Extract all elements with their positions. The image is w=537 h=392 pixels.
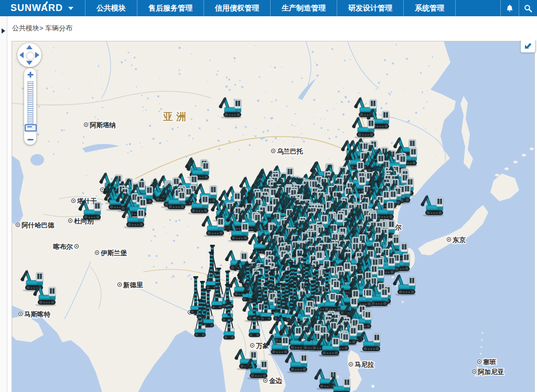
svg-text:东京: 东京 [452, 236, 466, 244]
svg-text:新德里: 新德里 [123, 281, 143, 289]
nav-item[interactable]: 系统管理 [404, 0, 456, 16]
svg-text:马尼拉: 马尼拉 [355, 361, 374, 368]
zoom-out-button[interactable] [27, 139, 33, 140]
nav-item[interactable]: 研发设计管理 [337, 0, 404, 16]
nav-menu: 公共模块售后服务管理信用债权管理生产制造管理研发设计管理系统管理 [85, 0, 456, 16]
nav-item[interactable]: 信用债权管理 [204, 0, 271, 16]
logo-text: SUNWARD [10, 3, 63, 14]
pan-center-hub[interactable] [26, 51, 35, 61]
app-logo[interactable]: SUNWARD [0, 0, 82, 16]
sidebar-expand-arrow-icon[interactable] [2, 28, 5, 34]
breadcrumb-bar: 公共模块> 车辆分布 [7, 16, 537, 40]
map-canvas[interactable]: 阿斯塔纳乌兰巴托比什凯克塔什干杜尚别阿什哈巴德喀布尔伊斯兰堡新德里马斯喀特达卡平… [12, 41, 534, 392]
zoom-handle[interactable] [25, 124, 37, 132]
svg-text:阿斯塔纳: 阿斯塔纳 [90, 122, 116, 129]
breadcrumb: 公共模块> 车辆分布 [12, 24, 72, 33]
svg-text:阿加尼亚: 阿加尼亚 [478, 368, 504, 376]
nav-item[interactable]: 售后服务管理 [137, 0, 204, 16]
pan-up-arrow-icon[interactable] [26, 45, 33, 49]
nav-item[interactable]: 公共模块 [85, 0, 137, 16]
svg-text:喀布尔: 喀布尔 [53, 243, 73, 251]
svg-text:阿什哈巴德: 阿什哈巴德 [22, 222, 55, 229]
map-zoom-slider [24, 68, 36, 145]
vehicle-distribution-map-panel: 阿斯塔纳乌兰巴托比什凯克塔什干杜尚别阿什哈巴德喀布尔伊斯兰堡新德里马斯喀特达卡平… [12, 41, 535, 392]
search-button[interactable] [519, 0, 537, 16]
nav-item[interactable]: 生产制造管理 [271, 0, 337, 16]
map-pan-control [17, 43, 41, 67]
city-label: 阿什哈巴德 [15, 222, 55, 229]
svg-text:马斯喀特: 马斯喀特 [24, 311, 51, 318]
zoom-track[interactable] [27, 81, 33, 127]
search-icon [524, 4, 532, 13]
pan-left-arrow-icon[interactable] [19, 52, 24, 58]
svg-text:金边: 金边 [268, 377, 283, 385]
zoom-in-button[interactable] [27, 72, 33, 78]
continent-label: 亚洲 [163, 111, 189, 122]
svg-text:塞班: 塞班 [482, 358, 497, 366]
svg-text:乌兰巴托: 乌兰巴托 [277, 148, 304, 155]
pan-down-arrow-icon[interactable] [26, 61, 33, 65]
bell-icon [506, 4, 514, 13]
sidebar-collapsed-strip [0, 16, 7, 392]
notifications-button[interactable] [500, 0, 519, 16]
svg-text:伊斯兰堡: 伊斯兰堡 [100, 249, 127, 257]
pan-right-arrow-icon[interactable] [35, 52, 39, 58]
map-viewport: 阿斯塔纳乌兰巴托比什凯克塔什干杜尚别阿什哈巴德喀布尔伊斯兰堡新德里马斯喀特达卡平… [12, 41, 534, 392]
nav-right-icons [500, 0, 537, 16]
arrow-down-left-icon [523, 40, 533, 50]
top-nav: SUNWARD 公共模块售后服务管理信用债权管理生产制造管理研发设计管理系统管理 [0, 0, 537, 16]
chevron-down-icon [68, 7, 73, 10]
